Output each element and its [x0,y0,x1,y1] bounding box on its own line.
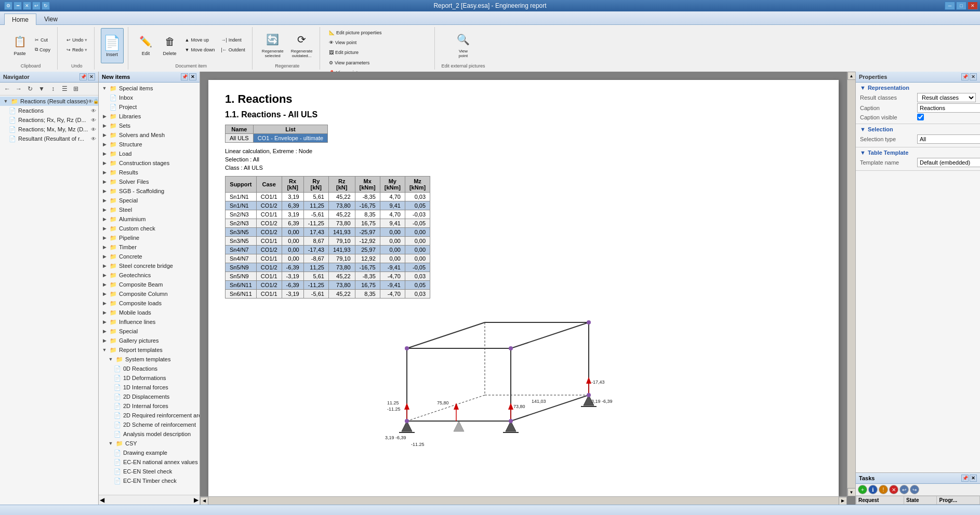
tab-home[interactable]: Home [4,13,36,25]
navigator-header-btns[interactable]: 📌 ✕ [80,73,95,80]
ni-mobile-loads[interactable]: ▶📁Mobile loads [99,308,200,317]
ni-csy[interactable]: ▼📁CSY [99,439,200,448]
close-button[interactable]: ✕ [968,2,978,10]
ni-sgb[interactable]: ▶📁SGB - Scaffolding [99,186,200,196]
scroll-left-btn[interactable]: ◀ [200,497,208,505]
tree-right-btn[interactable]: ▶ [194,496,198,504]
nav-item-reactions-mxyz[interactable]: 📄 Reactions; Mx, My, Mz (D... 👁 [0,125,98,134]
scroll-up-btn[interactable]: ▲ [847,72,856,80]
ni-2d-internal[interactable]: 📄2D Internal forces [99,401,200,411]
caption-input[interactable] [917,103,980,113]
task-btn-green[interactable]: + [858,485,867,494]
eye-icon-0[interactable]: 👁 [88,99,93,104]
nav-grid-btn[interactable]: ⊞ [71,84,81,94]
ni-custom[interactable]: ▶📁Custom check [99,224,200,233]
ni-composite-column[interactable]: ▶📁Composite Column [99,289,200,299]
tasks-pin-btn[interactable]: 📌 [961,475,969,482]
ni-analysis-model[interactable]: 📄Analysis model description [99,429,200,439]
maximize-button[interactable]: □ [956,2,966,10]
new-items-header-btns[interactable]: 📌 ✕ [181,73,196,80]
window-controls[interactable]: ─ □ ✕ [945,2,978,10]
ni-ec-en-annex[interactable]: 📄EC-EN national annex values [99,457,200,467]
nav-close-btn[interactable]: ✕ [88,73,95,80]
ni-timber[interactable]: ▶📁Timber [99,242,200,252]
minimize-button[interactable]: ─ [945,2,955,10]
new-items-pin-btn[interactable]: 📌 [181,73,188,80]
indent-button[interactable]: →| Indent [218,35,247,45]
scroll-down-btn[interactable]: ▼ [847,488,856,496]
ni-results[interactable]: ▶📁Results [99,168,200,177]
selection-type-input[interactable] [917,134,980,144]
ni-ec-en-timber[interactable]: 📄EC-EN Timber check [99,476,200,485]
redo-btn[interactable]: ↻ [42,2,50,10]
move-down-button[interactable]: ▼ Move down [182,45,218,55]
caption-visible-checkbox[interactable] [917,114,924,120]
nav-item-reactions-xyz[interactable]: 📄 Reactions; Rx, Ry, Rz (D... 👁 [0,115,98,125]
app-icon[interactable]: ⚙ [4,2,12,10]
ni-special-items[interactable]: ▼ 📁 Special items [99,84,200,93]
nav-item-reactions-root[interactable]: ▼ 📁 Reactions (Result classes) 👁 🔒 [0,97,98,106]
ni-composite-beam[interactable]: ▶📁Composite Beam [99,280,200,289]
redo-button[interactable]: ↪ Redo ▾ [64,45,90,55]
paste-button[interactable]: 📋 Paste [8,29,31,60]
ni-steel[interactable]: ▶📁Steel [99,205,200,214]
ni-solver-files[interactable]: ▶📁Solver Files [99,177,200,186]
ni-influence[interactable]: ▶📁Influence lines [99,317,200,327]
insert-button[interactable]: 📄 Insert [101,28,124,63]
ni-pipeline[interactable]: ▶📁Pipeline [99,233,200,242]
template-name-input[interactable] [917,158,980,167]
ni-1d-deformations[interactable]: 📄1D Deformations [99,373,200,383]
ni-1d-internal[interactable]: 📄1D Internal forces [99,383,200,392]
representation-header[interactable]: ▼ Representation [860,85,976,91]
nav-refresh-btn[interactable]: ↻ [25,84,35,94]
task-btn-back[interactable]: ↩ [899,485,909,494]
undo-btn[interactable]: ↩ [32,2,41,10]
nav-sort-btn[interactable]: ↕ [48,84,58,94]
cut-button[interactable]: ✂ Cut [32,35,53,45]
window-icons[interactable]: ⚙ ━ ✕ ↩ ↻ [4,2,50,10]
nav-filter-btn[interactable]: ▼ [36,84,47,94]
ni-sets[interactable]: ▶📁Sets [99,121,200,130]
scroll-right-btn[interactable]: ▶ [839,497,847,505]
props-header-btns[interactable]: 📌 ✕ [961,73,977,80]
ni-special2[interactable]: ▶📁Special [99,327,200,336]
menu-btn[interactable]: ━ [14,2,22,10]
ni-geo[interactable]: ▶📁Geotechnics [99,270,200,280]
ni-2d-reinf[interactable]: 📄2D Required reinforcement areas E [99,411,200,420]
task-btn-blue[interactable]: ℹ [868,485,878,494]
props-close-btn[interactable]: ✕ [970,73,977,80]
nav-item-resultant[interactable]: 📄 Resultant (Resultant of r... 👁 [0,134,98,143]
table-template-header[interactable]: ▼ Table Template [860,150,976,156]
ni-composite-loads[interactable]: ▶📁Composite loads [99,299,200,308]
view-params-button[interactable]: ⚙ View parameters [326,58,372,67]
ni-inbox[interactable]: 📄 Inbox [99,93,200,102]
eye-icon-2[interactable]: 👁 [91,117,96,123]
copy-button[interactable]: ⧉ Copy [32,45,53,55]
view-point-button[interactable]: 👁 View point [326,38,384,47]
task-btn-forward[interactable]: ↪ [910,485,919,494]
ni-special[interactable]: ▶📁Special [99,196,200,205]
task-btn-orange[interactable]: ! [879,485,888,494]
view-point-ext-button[interactable]: 🔍 Viewpoint [452,29,475,60]
result-classes-select[interactable]: Result classes [917,93,976,102]
task-btn-red[interactable]: ✕ [889,485,898,494]
ni-aluminium[interactable]: ▶📁Aluminium [99,214,200,224]
delete-button[interactable]: 🗑 Delete [158,29,181,60]
undo-button[interactable]: ↩ Undo ▾ [64,35,90,45]
ni-gallery[interactable]: ▶📁Gallery pictures [99,336,200,345]
ni-0d-reactions[interactable]: 📄0D Reactions [99,364,200,373]
edit-button[interactable]: ✏️ Edit [135,29,157,60]
regenerate-outdated-button[interactable]: ⟳ Regenerateoutdated... [288,29,316,60]
props-pin-btn[interactable]: 📌 [961,73,969,80]
close-quick[interactable]: ✕ [23,2,31,10]
ni-2d-scheme[interactable]: 📄2D Scheme of reinforcement [99,420,200,429]
outdent-button[interactable]: |← Outdent [218,45,247,55]
tasks-header-btns[interactable]: 📌 ✕ [961,475,977,482]
nav-pin-btn[interactable]: 📌 [80,73,87,80]
ni-steel-bridge[interactable]: ▶📁Steel concrete bridge [99,261,200,270]
ni-system-templates[interactable]: ▼📁System templates [99,355,200,364]
ni-libraries[interactable]: ▶📁Libraries [99,112,200,121]
eye-icon-1[interactable]: 👁 [91,108,96,114]
move-up-button[interactable]: ▲ Move up [182,35,218,45]
eye-icon-3[interactable]: 👁 [91,127,96,132]
